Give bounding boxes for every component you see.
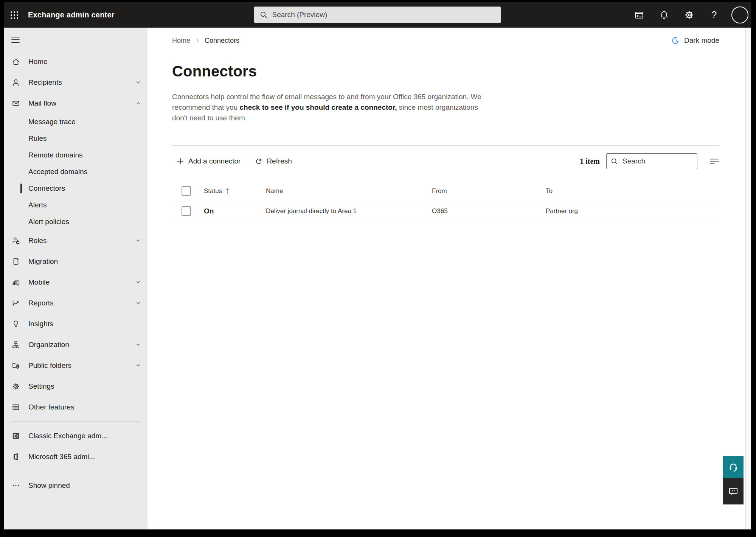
chevron-down-icon bbox=[135, 300, 141, 306]
breadcrumb: Home Connectors bbox=[172, 37, 239, 45]
notifications-button[interactable] bbox=[657, 8, 672, 23]
hamburger-icon bbox=[11, 36, 20, 43]
top-app-bar: Exchange admin center bbox=[4, 2, 751, 28]
sidebar-item-public-folders[interactable]: Public folders bbox=[4, 355, 147, 376]
sidebar-item-label: Remote domains bbox=[28, 151, 83, 159]
sidebar-item-remote-domains[interactable]: Remote domains bbox=[4, 147, 147, 163]
search-icon bbox=[610, 157, 618, 165]
folder-globe-icon bbox=[11, 361, 20, 370]
person-icon bbox=[11, 78, 20, 87]
search-icon bbox=[259, 11, 268, 19]
check-connector-link[interactable]: check to see if you should create a conn… bbox=[239, 103, 397, 111]
app-launcher-button[interactable] bbox=[7, 8, 22, 23]
sidebar-item-settings[interactable]: Settings bbox=[4, 376, 147, 397]
refresh-button[interactable]: Refresh bbox=[250, 155, 297, 168]
global-search-input[interactable] bbox=[272, 11, 495, 19]
row-checkbox[interactable] bbox=[182, 206, 191, 216]
sidebar-item-reports[interactable]: Reports bbox=[4, 293, 147, 313]
item-count: 1 item bbox=[580, 157, 600, 166]
table-grid-icon bbox=[11, 403, 20, 412]
sidebar-item-roles[interactable]: Roles bbox=[4, 230, 147, 251]
sidebar-item-label: Rules bbox=[28, 134, 47, 143]
vertical-scrollbar[interactable] bbox=[745, 28, 751, 529]
cloud-shell-button[interactable] bbox=[632, 8, 647, 23]
sidebar-item-alert-policies[interactable]: Alert policies bbox=[4, 213, 147, 230]
office-logo-icon bbox=[11, 452, 20, 461]
column-header-name[interactable]: Name bbox=[266, 187, 432, 195]
sidebar-item-connectors[interactable]: Connectors bbox=[4, 180, 147, 197]
column-header-to[interactable]: To bbox=[546, 187, 719, 195]
chevron-down-icon bbox=[135, 362, 141, 369]
sidebar-item-insights[interactable]: Insights bbox=[4, 313, 147, 334]
sidebar-item-classic-exchange-admin[interactable]: Classic Exchange adm... bbox=[4, 425, 147, 446]
floating-actions bbox=[723, 456, 744, 504]
sidebar-item-organization[interactable]: Organization bbox=[4, 334, 147, 355]
sidebar-item-migration[interactable]: Migration bbox=[4, 251, 147, 272]
sidebar-item-mobile[interactable]: Mobile bbox=[4, 272, 147, 293]
sidebar-item-label: Mail flow bbox=[28, 99, 56, 107]
topbar-actions: ? bbox=[632, 6, 751, 23]
support-button[interactable] bbox=[723, 456, 744, 478]
table-search-input[interactable] bbox=[622, 157, 693, 165]
breadcrumb-chevron-icon bbox=[195, 38, 200, 43]
column-header-status[interactable]: Status bbox=[204, 187, 266, 195]
sidebar-item-label: Alerts bbox=[28, 201, 47, 209]
envelope-icon bbox=[11, 99, 20, 108]
row-to: Partner org bbox=[546, 207, 719, 215]
help-button[interactable]: ? bbox=[706, 8, 722, 23]
table-search-box[interactable] bbox=[606, 153, 697, 169]
dark-mode-toggle[interactable]: Dark mode bbox=[671, 36, 719, 45]
nav-collapse-button[interactable] bbox=[4, 33, 147, 47]
dark-mode-label: Dark mode bbox=[684, 36, 719, 45]
exchange-logo-icon bbox=[11, 431, 20, 440]
plus-icon bbox=[177, 157, 184, 165]
main-panel: Home Connectors Dark mode Connectors bbox=[147, 28, 751, 529]
page-title: Connectors bbox=[172, 62, 719, 80]
sidebar-item-recipients[interactable]: Recipients bbox=[4, 72, 147, 93]
refresh-label: Refresh bbox=[267, 157, 292, 165]
sidebar-item-mail-flow[interactable]: Mail flow bbox=[4, 93, 147, 114]
gear-icon bbox=[11, 382, 20, 391]
sidebar-item-home[interactable]: Home bbox=[4, 51, 147, 72]
select-all-checkbox[interactable] bbox=[182, 186, 191, 196]
table-header-row: Status Name From To bbox=[172, 182, 719, 200]
ellipsis-icon bbox=[11, 481, 20, 490]
sidebar-item-rules[interactable]: Rules bbox=[4, 130, 147, 147]
filter-button[interactable] bbox=[709, 157, 719, 166]
row-name-link[interactable]: Deliver journal directly to Area 1 bbox=[266, 207, 432, 215]
settings-button[interactable] bbox=[681, 8, 697, 23]
chevron-up-icon bbox=[135, 100, 141, 106]
sidebar-item-accepted-domains[interactable]: Accepted domains bbox=[4, 163, 147, 180]
sidebar-item-label: Other features bbox=[28, 403, 74, 411]
sort-ascending-icon bbox=[225, 188, 230, 195]
breadcrumb-home-link[interactable]: Home bbox=[172, 37, 190, 45]
page-description: Connectors help control the flow of emai… bbox=[172, 92, 492, 123]
table-row[interactable]: On Deliver journal directly to Area 1 O3… bbox=[172, 200, 719, 222]
home-icon bbox=[11, 57, 20, 66]
gear-icon bbox=[684, 10, 694, 20]
sidebar-divider bbox=[11, 471, 140, 471]
bars-phone-icon bbox=[11, 278, 20, 287]
sidebar-item-show-pinned[interactable]: Show pinned bbox=[4, 475, 147, 496]
sidebar-item-label: Connectors bbox=[28, 184, 65, 193]
sidebar-item-alerts[interactable]: Alerts bbox=[4, 197, 147, 213]
add-connector-button[interactable]: Add a connector bbox=[172, 155, 245, 168]
sidebar-item-other-features[interactable]: Other features bbox=[4, 397, 147, 417]
bell-icon bbox=[659, 10, 669, 20]
sidebar-item-message-trace[interactable]: Message trace bbox=[4, 114, 147, 130]
sidebar-item-label: Accepted domains bbox=[28, 168, 87, 176]
sidebar-item-label: Home bbox=[28, 58, 48, 66]
chevron-down-icon bbox=[135, 79, 141, 86]
row-from: O365 bbox=[432, 207, 546, 215]
column-header-from[interactable]: From bbox=[432, 187, 546, 195]
global-search-box[interactable] bbox=[254, 6, 501, 23]
sidebar-item-label: Classic Exchange adm... bbox=[28, 432, 107, 440]
sidebar-item-label: Settings bbox=[28, 382, 54, 391]
lightbulb-icon bbox=[11, 319, 20, 328]
sidebar-item-label: Show pinned bbox=[28, 481, 70, 490]
feedback-button[interactable] bbox=[723, 478, 744, 504]
app-title: Exchange admin center bbox=[28, 11, 115, 19]
account-avatar[interactable] bbox=[731, 6, 748, 23]
document-arrow-icon bbox=[11, 257, 20, 266]
sidebar-item-microsoft-365-admin[interactable]: Microsoft 365 admi... bbox=[4, 446, 147, 467]
